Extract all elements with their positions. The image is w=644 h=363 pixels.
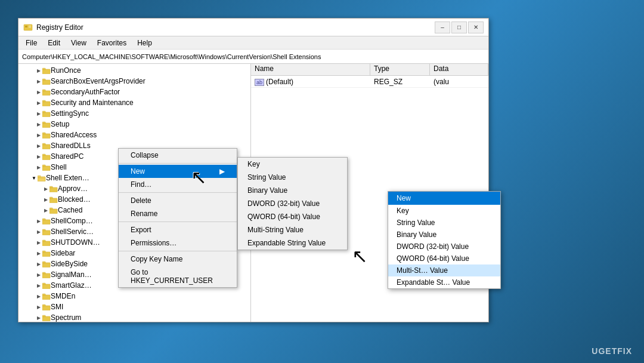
folder-icon — [42, 250, 51, 257]
value-type: REG_SZ — [370, 78, 430, 86]
ctx-delete[interactable]: Delete — [119, 194, 237, 207]
ctx2-expandable-string[interactable]: Expandable St… Value — [388, 276, 500, 288]
ctx-collapse[interactable]: Collapse — [119, 149, 237, 162]
expand-arrow: ▶ — [35, 164, 42, 171]
tree-label: SearchBoxEventArgsProvider — [51, 77, 145, 85]
svg-rect-18 — [42, 144, 50, 149]
folder-icon — [49, 196, 58, 203]
submenu-arrow-icon: ▶ — [219, 167, 225, 176]
expand-arrow: ▶ — [35, 303, 42, 310]
sub-expandable-string[interactable]: Expandable String Value — [238, 236, 347, 250]
tree-label: SMI — [51, 303, 63, 311]
svg-rect-39 — [42, 251, 50, 256]
svg-rect-16 — [42, 133, 50, 138]
tree-item[interactable]: ▶ Spectrum — [18, 312, 250, 322]
ctx2-string-value[interactable]: String Value — [388, 217, 500, 229]
svg-rect-30 — [49, 197, 52, 199]
svg-rect-4 — [42, 69, 50, 73]
svg-rect-37 — [42, 241, 50, 245]
ctx2-qword-value[interactable]: QWORD (64-bit) Value — [388, 253, 500, 264]
ctx-export[interactable]: Export — [119, 223, 237, 236]
new-button[interactable]: New — [388, 192, 500, 205]
svg-rect-36 — [42, 229, 45, 231]
registry-value-row[interactable]: ab(Default) REG_SZ (valu — [251, 76, 488, 88]
svg-rect-8 — [42, 90, 50, 95]
watermark: UGETFIX — [592, 346, 632, 356]
folder-icon — [42, 153, 51, 160]
tree-item[interactable]: ▶ SettingSync — [18, 108, 250, 119]
tree-label: SignalMan… — [51, 270, 92, 279]
tree-label: Setup — [51, 120, 69, 128]
maximize-button[interactable]: □ — [451, 21, 467, 33]
ctx-copy-key[interactable]: Copy Key Name — [119, 253, 237, 266]
folder-icon — [42, 239, 51, 246]
menu-view[interactable]: View — [66, 38, 91, 48]
ctx2-binary-value[interactable]: Binary Value — [388, 229, 500, 241]
svg-rect-28 — [49, 186, 52, 188]
ctx-goto-hkcu[interactable]: Go to HKEY_CURRENT_USER — [119, 266, 237, 287]
svg-rect-9 — [42, 90, 45, 91]
tree-item[interactable]: ▶ Setup — [18, 119, 250, 130]
folder-icon — [42, 282, 51, 289]
tree-item[interactable]: ▶ SearchBoxEventArgsProvider — [18, 76, 250, 87]
tree-item[interactable]: ▶ SMDEn — [18, 291, 250, 302]
sub-multi-string[interactable]: Multi-String Value — [238, 223, 347, 236]
sub-dword-value[interactable]: DWORD (32-bit) Value — [238, 197, 347, 210]
menu-help[interactable]: Help — [132, 38, 157, 48]
menu-favorites[interactable]: Favorites — [92, 38, 131, 48]
folder-icon — [42, 229, 51, 235]
folder-icon — [49, 186, 58, 192]
value-data: (valu — [430, 78, 488, 86]
ctx-find[interactable]: Find… — [119, 178, 237, 191]
sub-qword-value[interactable]: QWORD (64-bit) Value — [238, 210, 347, 223]
ctx2-dword-value[interactable]: DWORD (32-bit) Value — [388, 241, 500, 253]
svg-rect-10 — [42, 101, 50, 106]
tree-item[interactable]: ▶ SMI — [18, 302, 250, 312]
expand-arrow: ▶ — [42, 207, 49, 214]
ctx-permissions[interactable]: Permissions… — [119, 236, 237, 250]
window-title: Registry Editor — [36, 23, 83, 32]
svg-rect-31 — [49, 208, 57, 213]
folder-icon — [42, 143, 51, 149]
folder-icon — [49, 207, 58, 214]
menu-divider — [119, 163, 237, 164]
tree-item[interactable]: ▶ SecondaryAuthFactor — [18, 87, 250, 97]
ctx-rename[interactable]: Rename — [119, 207, 237, 220]
close-button[interactable]: ✕ — [468, 21, 484, 33]
tree-label: SHUTDOWN… — [51, 238, 100, 247]
menu-file[interactable]: File — [21, 38, 42, 48]
expand-arrow: ▶ — [35, 293, 42, 300]
tree-item[interactable]: ▶ RunOnce — [18, 65, 250, 76]
sub-binary-value[interactable]: Binary Value — [238, 184, 347, 197]
svg-rect-5 — [42, 68, 45, 70]
svg-rect-40 — [42, 251, 45, 253]
tree-label: SharedPC — [51, 152, 83, 161]
menu-divider — [119, 222, 237, 222]
sub-key[interactable]: Key — [238, 158, 347, 171]
ctx-new-label: New — [131, 167, 145, 176]
expand-arrow: ▶ — [35, 239, 42, 246]
svg-rect-35 — [42, 230, 50, 235]
svg-rect-23 — [42, 165, 45, 167]
menu-edit[interactable]: Edit — [43, 38, 65, 48]
folder-icon — [42, 78, 51, 85]
expand-arrow: ▶ — [35, 250, 42, 257]
ctx-new[interactable]: New ▶ — [119, 165, 237, 178]
tree-label: ShellComp… — [51, 217, 93, 225]
title-bar: Registry Editor – □ ✕ — [18, 19, 488, 36]
tree-item-security[interactable]: ▶ Security and Maintenance — [18, 97, 250, 108]
ctx2-multi-string[interactable]: Multi-St… Value — [388, 264, 500, 276]
expand-arrow: ▶ — [35, 217, 42, 224]
folder-icon — [42, 132, 51, 139]
ctx2-key[interactable]: Key — [388, 205, 500, 217]
tree-item[interactable]: ▶ SharedAccess — [18, 130, 250, 140]
second-context-panel: New Key String Value Binary Value DWORD … — [388, 191, 501, 289]
sub-string-value[interactable]: String Value — [238, 171, 347, 184]
expand-arrow: ▶ — [35, 228, 42, 235]
svg-rect-1 — [25, 26, 27, 27]
tree-label: ShellServic… — [51, 227, 94, 236]
minimize-button[interactable]: – — [435, 21, 450, 33]
expand-arrow: ▶ — [35, 67, 42, 74]
address-bar[interactable]: Computer\HKEY_LOCAL_MACHINE\SOFTWARE\Mic… — [18, 50, 488, 64]
svg-rect-51 — [42, 316, 50, 321]
